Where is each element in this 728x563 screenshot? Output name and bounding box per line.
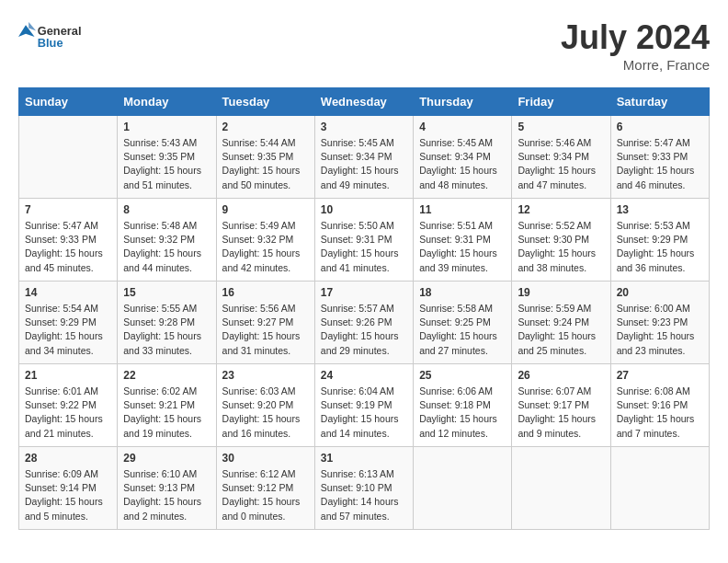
day-number: 30 — [222, 452, 309, 465]
calendar-table: SundayMondayTuesdayWednesdayThursdayFrid… — [18, 87, 710, 530]
day-info: Sunrise: 5:55 AMSunset: 9:28 PMDaylight:… — [123, 302, 210, 358]
header-thursday: Thursday — [414, 88, 512, 116]
day-info: Sunrise: 6:00 AMSunset: 9:23 PMDaylight:… — [617, 302, 703, 358]
day-info: Sunrise: 5:56 AMSunset: 9:27 PMDaylight:… — [222, 302, 309, 358]
header-monday: Monday — [118, 88, 216, 116]
day-info: Sunrise: 6:02 AMSunset: 9:21 PMDaylight:… — [123, 385, 210, 441]
day-number: 19 — [518, 286, 604, 299]
day-info: Sunrise: 5:58 AMSunset: 9:25 PMDaylight:… — [419, 302, 506, 358]
calendar-cell — [512, 447, 610, 530]
day-number: 16 — [222, 286, 309, 299]
calendar-cell: 24Sunrise: 6:04 AMSunset: 9:19 PMDayligh… — [314, 364, 413, 447]
logo-svg: General Blue — [18, 18, 92, 55]
calendar-cell: 27Sunrise: 6:08 AMSunset: 9:16 PMDayligh… — [610, 364, 709, 447]
calendar-cell — [414, 447, 512, 530]
calendar-cell: 17Sunrise: 5:57 AMSunset: 9:26 PMDayligh… — [314, 282, 413, 364]
header-sunday: Sunday — [19, 88, 118, 116]
day-number: 20 — [617, 286, 703, 299]
calendar-cell: 21Sunrise: 6:01 AMSunset: 9:22 PMDayligh… — [19, 364, 118, 447]
day-number: 23 — [222, 369, 309, 382]
page-header: General Blue July 2024 Morre, France — [18, 18, 710, 73]
day-number: 29 — [123, 452, 210, 465]
calendar-cell: 19Sunrise: 5:59 AMSunset: 9:24 PMDayligh… — [512, 282, 610, 364]
day-info: Sunrise: 5:43 AMSunset: 9:35 PMDaylight:… — [123, 136, 210, 192]
day-info: Sunrise: 6:09 AMSunset: 9:14 PMDaylight:… — [25, 467, 111, 523]
calendar-cell: 23Sunrise: 6:03 AMSunset: 9:20 PMDayligh… — [216, 364, 314, 447]
calendar-cell: 20Sunrise: 6:00 AMSunset: 9:23 PMDayligh… — [610, 282, 709, 364]
day-number: 8 — [123, 203, 210, 216]
day-number: 13 — [617, 203, 703, 216]
calendar-cell: 3Sunrise: 5:45 AMSunset: 9:34 PMDaylight… — [314, 116, 413, 199]
day-number: 3 — [321, 121, 407, 133]
day-number: 9 — [222, 203, 309, 216]
calendar-cell: 15Sunrise: 5:55 AMSunset: 9:28 PMDayligh… — [118, 282, 216, 364]
day-number: 14 — [25, 286, 111, 299]
header-tuesday: Tuesday — [216, 88, 314, 116]
day-info: Sunrise: 5:47 AMSunset: 9:33 PMDaylight:… — [617, 136, 703, 192]
calendar-cell: 18Sunrise: 5:58 AMSunset: 9:25 PMDayligh… — [414, 282, 512, 364]
calendar-header-row: SundayMondayTuesdayWednesdayThursdayFrid… — [19, 88, 710, 116]
day-info: Sunrise: 6:04 AMSunset: 9:19 PMDaylight:… — [321, 385, 407, 441]
day-info: Sunrise: 5:53 AMSunset: 9:29 PMDaylight:… — [617, 219, 703, 275]
calendar-cell — [19, 116, 118, 199]
header-wednesday: Wednesday — [314, 88, 413, 116]
location-subtitle: Morre, France — [561, 57, 710, 73]
month-year-title: July 2024 — [561, 18, 710, 57]
day-info: Sunrise: 6:10 AMSunset: 9:13 PMDaylight:… — [123, 467, 210, 523]
day-info: Sunrise: 5:46 AMSunset: 9:34 PMDaylight:… — [518, 136, 604, 192]
calendar-cell: 29Sunrise: 6:10 AMSunset: 9:13 PMDayligh… — [118, 447, 216, 530]
week-row-4: 21Sunrise: 6:01 AMSunset: 9:22 PMDayligh… — [19, 364, 710, 447]
day-info: Sunrise: 5:49 AMSunset: 9:32 PMDaylight:… — [222, 219, 309, 275]
day-number: 15 — [123, 286, 210, 299]
calendar-cell: 11Sunrise: 5:51 AMSunset: 9:31 PMDayligh… — [414, 199, 512, 282]
day-info: Sunrise: 5:44 AMSunset: 9:35 PMDaylight:… — [222, 136, 309, 192]
day-info: Sunrise: 5:47 AMSunset: 9:33 PMDaylight:… — [25, 219, 111, 275]
calendar-cell: 16Sunrise: 5:56 AMSunset: 9:27 PMDayligh… — [216, 282, 314, 364]
day-info: Sunrise: 5:45 AMSunset: 9:34 PMDaylight:… — [419, 136, 506, 192]
calendar-cell: 13Sunrise: 5:53 AMSunset: 9:29 PMDayligh… — [610, 199, 709, 282]
day-info: Sunrise: 5:45 AMSunset: 9:34 PMDaylight:… — [321, 136, 407, 192]
calendar-cell: 30Sunrise: 6:12 AMSunset: 9:12 PMDayligh… — [216, 447, 314, 530]
day-number: 31 — [321, 452, 407, 465]
day-info: Sunrise: 6:08 AMSunset: 9:16 PMDaylight:… — [617, 385, 703, 441]
day-info: Sunrise: 5:59 AMSunset: 9:24 PMDaylight:… — [518, 302, 604, 358]
day-info: Sunrise: 6:03 AMSunset: 9:20 PMDaylight:… — [222, 385, 309, 441]
day-number: 1 — [123, 121, 210, 133]
calendar-cell: 4Sunrise: 5:45 AMSunset: 9:34 PMDaylight… — [414, 116, 512, 199]
day-number: 10 — [321, 203, 407, 216]
calendar-cell: 25Sunrise: 6:06 AMSunset: 9:18 PMDayligh… — [414, 364, 512, 447]
calendar-cell: 2Sunrise: 5:44 AMSunset: 9:35 PMDaylight… — [216, 116, 314, 199]
day-number: 12 — [518, 203, 604, 216]
day-number: 24 — [321, 369, 407, 382]
day-number: 6 — [617, 121, 703, 133]
calendar-cell: 28Sunrise: 6:09 AMSunset: 9:14 PMDayligh… — [19, 447, 118, 530]
day-info: Sunrise: 5:50 AMSunset: 9:31 PMDaylight:… — [321, 219, 407, 275]
day-number: 25 — [419, 369, 506, 382]
header-friday: Friday — [512, 88, 610, 116]
header-saturday: Saturday — [610, 88, 709, 116]
calendar-cell: 14Sunrise: 5:54 AMSunset: 9:29 PMDayligh… — [19, 282, 118, 364]
day-number: 2 — [222, 121, 309, 133]
day-number: 27 — [617, 369, 703, 382]
day-number: 26 — [518, 369, 604, 382]
day-info: Sunrise: 5:54 AMSunset: 9:29 PMDaylight:… — [25, 302, 111, 358]
calendar-cell: 12Sunrise: 5:52 AMSunset: 9:30 PMDayligh… — [512, 199, 610, 282]
calendar-cell: 6Sunrise: 5:47 AMSunset: 9:33 PMDaylight… — [610, 116, 709, 199]
day-number: 21 — [25, 369, 111, 382]
week-row-2: 7Sunrise: 5:47 AMSunset: 9:33 PMDaylight… — [19, 199, 710, 282]
svg-text:Blue: Blue — [38, 36, 63, 50]
day-info: Sunrise: 6:12 AMSunset: 9:12 PMDaylight:… — [222, 467, 309, 523]
day-info: Sunrise: 6:07 AMSunset: 9:17 PMDaylight:… — [518, 385, 604, 441]
calendar-cell: 7Sunrise: 5:47 AMSunset: 9:33 PMDaylight… — [19, 199, 118, 282]
calendar-cell: 22Sunrise: 6:02 AMSunset: 9:21 PMDayligh… — [118, 364, 216, 447]
day-number: 4 — [419, 121, 506, 133]
day-number: 7 — [25, 203, 111, 216]
calendar-cell: 1Sunrise: 5:43 AMSunset: 9:35 PMDaylight… — [118, 116, 216, 199]
day-info: Sunrise: 5:51 AMSunset: 9:31 PMDaylight:… — [419, 219, 506, 275]
title-block: July 2024 Morre, France — [561, 18, 710, 73]
week-row-5: 28Sunrise: 6:09 AMSunset: 9:14 PMDayligh… — [19, 447, 710, 530]
calendar-cell: 9Sunrise: 5:49 AMSunset: 9:32 PMDaylight… — [216, 199, 314, 282]
calendar-cell: 8Sunrise: 5:48 AMSunset: 9:32 PMDaylight… — [118, 199, 216, 282]
day-info: Sunrise: 5:48 AMSunset: 9:32 PMDaylight:… — [123, 219, 210, 275]
week-row-1: 1Sunrise: 5:43 AMSunset: 9:35 PMDaylight… — [19, 116, 710, 199]
